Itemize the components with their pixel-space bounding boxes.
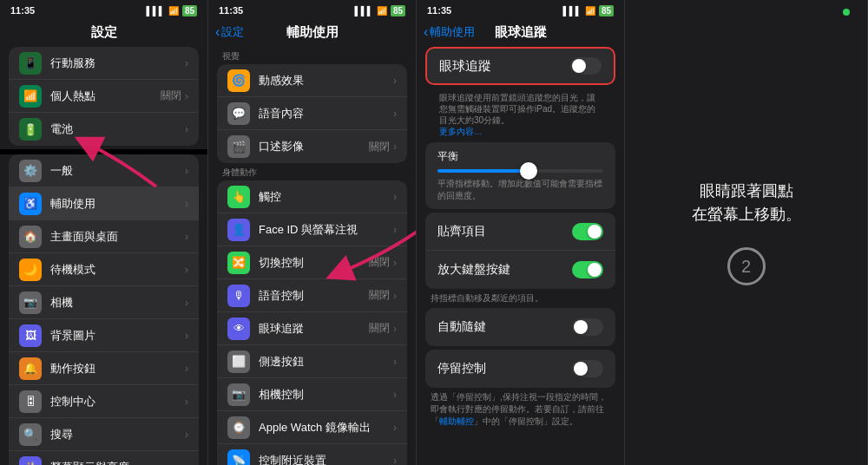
time-3: 11:35 — [427, 5, 451, 16]
eye-tracking-item[interactable]: 👁 眼球追蹤 關閉 › — [217, 312, 407, 345]
item-label: 口述影像 — [259, 139, 369, 154]
eye-toggle-container: 眼球追蹤 — [425, 47, 615, 85]
switch-icon: 🔀 — [227, 252, 250, 274]
toggle-knob — [572, 59, 586, 73]
spoken-icon: 💬 — [227, 102, 250, 125]
auto-row[interactable]: 自動隨鍵 — [425, 308, 615, 346]
accessibility-link[interactable]: 輔助輔控 — [439, 416, 474, 426]
nav-back-3[interactable]: ‹ 輔助使用 — [424, 24, 475, 40]
settings-list-1: 📱 行動服務 › 📶 個人熱點 關閉 › 🔋 電池 › ⚙️ 一般 › — [0, 47, 207, 465]
auto-label: 自動隨鍵 — [437, 319, 572, 335]
list-item[interactable]: 📡 控制附近裝置 › — [217, 444, 407, 465]
nav-bar-3: ‹ 輔助使用 眼球追蹤 — [417, 19, 624, 47]
list-item[interactable]: ⌚ Apple Watch 鏡像輸出 › — [217, 411, 407, 444]
list-item[interactable]: 📱 行動服務 › — [9, 47, 199, 80]
list-item[interactable]: 🔋 電池 › — [9, 113, 199, 146]
nav-bar-1: 設定 — [0, 19, 207, 47]
homescreen-icon: 🏠 — [19, 226, 42, 248]
list-item[interactable]: 📷 相機 › — [9, 286, 199, 319]
battery-1: 85 — [182, 5, 197, 16]
eye-toggle[interactable] — [570, 57, 602, 75]
list-item[interactable]: ✨ 螢幕顯示與亮度 › — [9, 451, 199, 465]
list-item[interactable]: 🖼 背景圖片 › — [9, 319, 199, 352]
panel-description: 眼睛跟著圓點在螢幕上移動。 2 — [625, 0, 868, 465]
toggle-group3: 停留控制 — [425, 350, 615, 388]
list-item[interactable]: 💬 語音內容 › — [217, 97, 407, 130]
list-item[interactable]: 🌙 待機模式 › — [9, 253, 199, 286]
mid-section: ⚙️ 一般 › ♿ 輔助使用 › 🏠 主畫面與桌面 › 🌙 待機模式 › 📷 — [9, 154, 199, 465]
chevron-icon: › — [393, 191, 397, 203]
list-item[interactable]: 🌀 動感效果 › — [217, 64, 407, 97]
item-label: 側邊按鈕 — [259, 354, 393, 370]
section-header: 視覺 — [217, 49, 407, 64]
list-item[interactable]: 🔍 搜尋 › — [9, 418, 199, 451]
item-label: 一般 — [50, 163, 185, 179]
snap-row[interactable]: 貼齊項目 — [425, 213, 615, 251]
item-label: 待機模式 — [50, 262, 185, 278]
toggle-knob — [588, 225, 602, 239]
item-label: Face ID 與螢幕注視 — [259, 222, 393, 238]
back-arrow-icon: ‹ — [424, 24, 428, 40]
item-label: 語音內容 — [259, 106, 393, 121]
wifi-icon: 📶 — [585, 6, 595, 16]
side-icon: ⬜ — [227, 350, 250, 373]
panel-settings: 11:35 ▌▌▌ 📶 85 設定 📱 行動服務 › 📶 個人熱點 關閉 › 🔋 — [0, 0, 208, 465]
item-label: 相機控制 — [259, 387, 393, 403]
wallpaper-icon: 🖼 — [19, 324, 42, 347]
chevron-icon: › — [393, 323, 397, 335]
list-item[interactable]: 🎙 語音控制 關閉 › — [217, 279, 407, 312]
list-item[interactable]: 📷 相機控制 › — [217, 378, 407, 411]
battery-icon: 🔋 — [19, 118, 42, 141]
dwell-toggle[interactable] — [572, 360, 603, 377]
item-label: 相機 — [50, 295, 185, 311]
back-label: 設定 — [221, 24, 244, 40]
dwell-row[interactable]: 停留控制 — [425, 350, 615, 388]
nav-bar-2: ‹ 設定 輔助使用 — [208, 19, 416, 47]
standby-icon: 🌙 — [19, 259, 42, 281]
chevron-icon: › — [393, 290, 397, 302]
slider-track[interactable] — [437, 169, 603, 173]
nav-title-2: 輔助使用 — [286, 24, 339, 41]
magnify-row[interactable]: 放大鍵盤按鍵 — [425, 251, 615, 289]
vision-section: 視覺 🌀 動感效果 › 💬 語音內容 › 🎬 口述影像 關閉 › — [208, 47, 416, 163]
list-item[interactable]: 🔔 動作按鈕 › — [9, 352, 199, 385]
list-item[interactable]: 👤 Face ID 與螢幕注視 › — [217, 213, 407, 246]
list-item[interactable]: 📶 個人熱點 關閉 › — [9, 80, 199, 113]
settings-list-2: 視覺 🌀 動感效果 › 💬 語音內容 › 🎬 口述影像 關閉 › — [208, 47, 416, 465]
auto-toggle[interactable] — [572, 318, 603, 336]
step-number: 2 — [741, 257, 751, 277]
time-2: 11:35 — [219, 5, 243, 16]
accessibility-item[interactable]: ♿ 輔助使用 › — [9, 187, 199, 220]
pan-label: 平衡 — [437, 149, 603, 164]
nav-back-2[interactable]: ‹ 設定 — [215, 24, 244, 40]
item-label: 控制中心 — [50, 394, 185, 409]
control-icon: 🎛 — [19, 390, 42, 413]
back-label: 輔助使用 — [430, 24, 475, 40]
apple-watch-icon: ⌚ — [227, 416, 250, 439]
magnify-toggle[interactable] — [572, 261, 603, 278]
list-item[interactable]: 🔀 切換控制 關閉 › — [217, 246, 407, 279]
eye-toggle-row[interactable]: 眼球追蹤 — [425, 47, 615, 85]
motion-icon: 🌀 — [227, 69, 250, 92]
status-icons-2: ▌▌▌ 📶 85 — [355, 5, 405, 16]
list-item[interactable]: ⬜ 側邊按鈕 › — [217, 345, 407, 378]
magnify-desc: 持指標自動移及鄰近的項目。 — [425, 292, 615, 308]
time-1: 11:35 — [10, 5, 35, 16]
list-item[interactable]: 🎛 控制中心 › — [9, 385, 199, 418]
battery-2: 85 — [391, 5, 405, 16]
slider-thumb[interactable] — [520, 162, 537, 180]
snap-toggle[interactable] — [572, 223, 603, 240]
dwell-label: 停留控制 — [437, 361, 572, 377]
snap-label: 貼齊項目 — [437, 224, 572, 239]
list-item[interactable]: 👆 觸控 › — [217, 180, 407, 213]
list-item[interactable]: ⚙️ 一般 › — [9, 154, 199, 187]
toggle-group2: 自動隨鍵 — [425, 308, 615, 346]
eye-icon: 👁 — [227, 318, 250, 340]
more-link[interactable]: 更多內容… — [439, 127, 483, 136]
camera-ctrl-icon: 📷 — [227, 383, 250, 406]
item-label: Apple Watch 鏡像輸出 — [259, 420, 393, 436]
list-item[interactable]: 🎬 口述影像 關閉 › — [217, 130, 407, 163]
panel-accessibility: 11:35 ▌▌▌ 📶 85 ‹ 設定 輔助使用 視覺 🌀 動感效果 › 💬 — [208, 0, 417, 465]
list-item[interactable]: 🏠 主畫面與桌面 › — [9, 220, 199, 253]
chevron-icon: › — [393, 389, 397, 401]
